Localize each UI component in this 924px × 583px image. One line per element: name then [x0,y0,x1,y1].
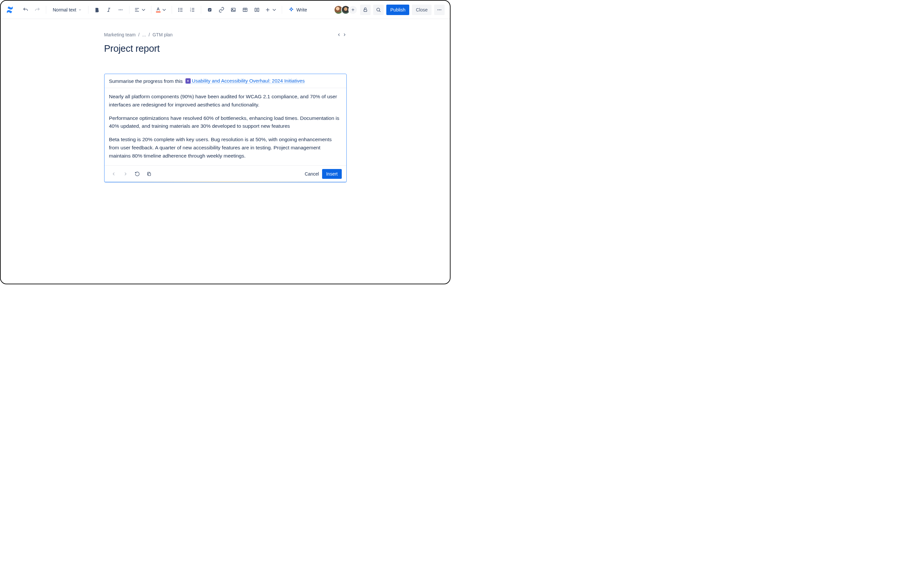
ai-cancel-button[interactable]: Cancel [305,171,319,176]
editor-toolbar: Normal text A 123 Write [1,1,450,19]
breadcrumb: Marketing team / ... / GTM plan [104,32,173,37]
bullet-list-button[interactable] [175,5,186,15]
ai-paragraph: Nearly all platform components (90%) hav… [109,93,342,109]
more-formatting-button[interactable] [116,5,126,15]
svg-rect-31 [364,10,367,12]
svg-rect-22 [231,8,235,12]
text-style-label: Normal text [53,7,76,12]
svg-point-5 [122,9,122,10]
table-button[interactable] [240,5,250,15]
write-label: Write [297,7,307,12]
align-dropdown[interactable] [133,5,148,15]
atlassian-ai-icon [288,7,295,13]
breadcrumb-page[interactable]: GTM plan [152,32,172,37]
svg-point-11 [178,11,179,12]
svg-point-35 [439,9,440,10]
ai-prev-button [109,169,118,178]
page-title[interactable]: Project report [104,43,346,54]
svg-rect-37 [148,173,150,176]
ai-summary-panel: Summarise the progress from this Usabili… [104,74,346,183]
italic-button[interactable] [104,5,114,15]
layouts-button[interactable] [252,5,262,15]
smart-link-icon [185,78,191,84]
redo-button[interactable] [32,5,43,15]
action-item-button[interactable] [205,5,215,15]
insert-dropdown[interactable] [264,5,279,15]
find-button[interactable] [373,5,384,15]
svg-text:3: 3 [190,10,191,12]
ai-next-button [121,169,130,178]
editor-content: Marketing team / ... / GTM plan Project … [1,19,450,183]
confluence-logo-icon[interactable] [6,6,14,14]
svg-point-3 [119,9,120,10]
svg-point-9 [178,8,179,8]
ai-insert-button[interactable]: Insert [322,169,342,179]
collaborator-avatars: + [334,5,358,15]
svg-line-33 [380,10,380,12]
publish-button[interactable]: Publish [386,5,409,15]
ai-source-link-text: Usability and Accessibility Overhaul: 20… [192,78,305,84]
svg-line-0 [108,8,109,12]
link-button[interactable] [216,5,227,15]
ai-paragraph: Performance optimizations have resolved … [109,114,342,131]
ai-panel-footer: Cancel Insert [104,165,346,182]
more-actions-button[interactable] [434,5,445,15]
page-width-toggle[interactable] [337,33,346,37]
ai-retry-button[interactable] [133,169,142,178]
image-button[interactable] [228,5,239,15]
breadcrumb-ellipsis[interactable]: ... [142,32,146,37]
ai-prompt-bar[interactable]: Summarise the progress from this Usabili… [104,74,346,88]
ai-copy-button[interactable] [145,169,153,178]
svg-point-36 [441,9,441,10]
text-style-dropdown[interactable]: Normal text [50,5,85,15]
ai-response-body: Nearly all platform components (90%) hav… [104,88,346,165]
svg-point-32 [377,8,380,11]
add-collaborator-button[interactable]: + [348,5,358,15]
svg-rect-28 [257,8,259,12]
ai-prompt-text: Summarise the progress from this [109,78,183,84]
restrictions-button[interactable] [360,5,371,15]
undo-button[interactable] [20,5,31,15]
ai-write-button[interactable]: Write [285,5,310,15]
svg-point-4 [120,9,121,10]
bold-button[interactable] [92,5,102,15]
ai-source-link[interactable]: Usability and Accessibility Overhaul: 20… [185,78,305,84]
close-button[interactable]: Close [412,5,432,15]
svg-point-10 [178,10,179,10]
svg-point-34 [437,9,439,10]
ai-paragraph: Beta testing is 20% complete with key us… [109,136,342,160]
text-color-dropdown[interactable]: A [155,5,168,15]
breadcrumb-space[interactable]: Marketing team [104,32,136,37]
numbered-list-button[interactable]: 123 [187,5,198,15]
svg-rect-27 [255,8,257,12]
chevron-down-icon [78,8,82,12]
